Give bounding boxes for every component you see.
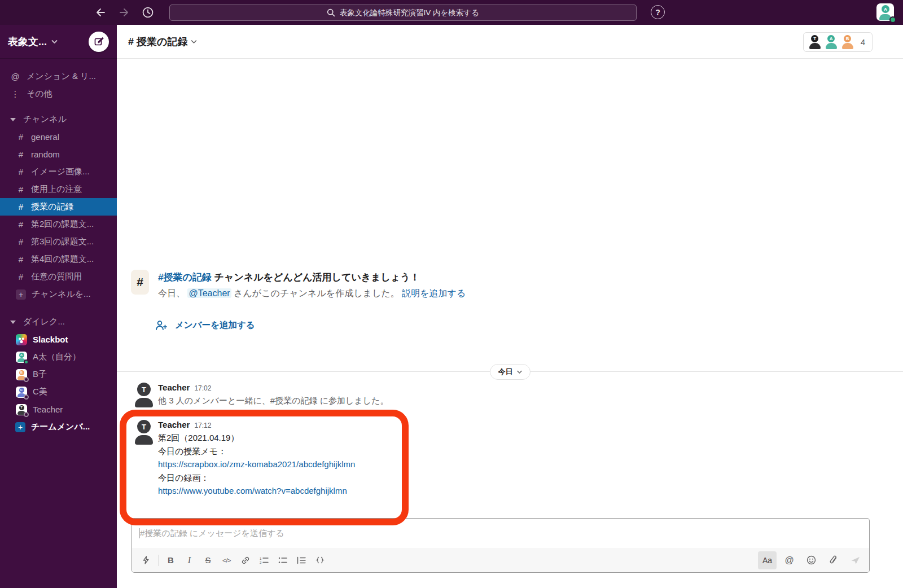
message-timestamp[interactable]: 17:02 xyxy=(194,384,211,392)
add-member-label: メンバーを追加する xyxy=(175,319,255,331)
dm-section-header[interactable]: ダイレク... xyxy=(0,313,117,331)
sidebar-channel-general[interactable]: # general xyxy=(0,128,117,146)
chevron-down-icon xyxy=(191,40,197,44)
compose-button[interactable] xyxy=(89,32,109,52)
add-channel-label: チャンネルを... xyxy=(32,289,91,300)
member-avatar: A xyxy=(825,34,838,50)
mention-button[interactable]: @ xyxy=(780,551,799,569)
message-composer: #授業の記録 にメッセージを送信する B I S </> 12 xyxy=(131,518,870,573)
member-avatar: T xyxy=(16,404,27,415)
member-avatar: B xyxy=(16,369,27,380)
hash-icon: # xyxy=(16,254,25,264)
sidebar-channel-assignment-2[interactable]: # 第2回の課題文... xyxy=(0,216,117,233)
presence-dot-active xyxy=(889,16,896,23)
send-button[interactable] xyxy=(846,551,865,569)
date-label: 今日 xyxy=(498,367,513,377)
sidebar-item-mentions[interactable]: @ メンション & リ... xyxy=(0,68,117,85)
top-bar: 表象文化論特殊研究演習IV 内を検索する ? A xyxy=(0,0,903,25)
user-avatar[interactable]: A xyxy=(876,3,894,21)
hash-icon: # xyxy=(16,132,25,142)
add-member-button[interactable]: メンバーを追加する xyxy=(155,319,255,331)
message-author[interactable]: Teacher xyxy=(158,383,190,392)
channel-label: 第2回の課題文... xyxy=(31,219,94,230)
hash-icon: # xyxy=(16,202,25,212)
dm-label: Teacher xyxy=(33,405,63,414)
channels-section-label: チャンネル xyxy=(23,114,67,125)
presence-dot-offline xyxy=(24,394,29,400)
sidebar-list: @ メンション & リ... ⋮ その他 チャンネル # general # r… xyxy=(0,59,117,436)
message-input[interactable]: #授業の記録 にメッセージを送信する xyxy=(132,519,869,548)
ordered-list-button[interactable]: 12 xyxy=(255,551,273,569)
channel-label: 授業の記録 xyxy=(31,201,73,212)
attach-file-icon[interactable] xyxy=(824,551,843,569)
search-icon xyxy=(327,8,335,17)
message-text: 第2回（2021.04.19） xyxy=(158,431,355,445)
sidebar-dm-self[interactable]: A A太（自分） xyxy=(0,348,117,366)
message-timestamp[interactable]: 17:12 xyxy=(194,422,211,429)
strikethrough-button[interactable]: S xyxy=(199,551,217,569)
plus-icon: + xyxy=(16,289,26,300)
channels-section-header[interactable]: チャンネル xyxy=(0,111,117,128)
sidebar-dm-teacher[interactable]: T Teacher xyxy=(0,401,117,418)
dm-section-label: ダイレク... xyxy=(23,317,65,327)
sidebar-channel-usage-notes[interactable]: # 使用上の注意 xyxy=(0,181,117,198)
hash-icon: # xyxy=(131,270,149,295)
hash-icon: # xyxy=(16,237,25,247)
history-back-icon[interactable] xyxy=(94,6,107,19)
channel-title[interactable]: # 授業の記録 xyxy=(128,35,187,49)
dm-label: A太（自分） xyxy=(33,352,81,362)
slackbot-icon xyxy=(16,334,27,345)
sidebar-dm-slackbot[interactable]: Slackbot xyxy=(0,331,117,348)
svg-text:2: 2 xyxy=(260,561,262,564)
bullet-list-button[interactable] xyxy=(273,551,292,569)
history-forward-icon[interactable] xyxy=(117,6,131,19)
blockquote-button[interactable] xyxy=(292,551,310,569)
hash-icon: # xyxy=(16,150,25,159)
workspace-header[interactable]: 表象文... xyxy=(0,25,117,59)
triangle-down-icon xyxy=(10,118,16,121)
sidebar-channel-assignment-3[interactable]: # 第3回の課題文... xyxy=(0,233,117,251)
text-cursor xyxy=(139,528,139,538)
member-list-button[interactable]: T A B 4 xyxy=(803,32,873,52)
scrapbox-link[interactable]: https://scrapbox.io/zmz-komaba2021/abcde… xyxy=(158,459,355,469)
link-button[interactable] xyxy=(236,551,255,569)
code-block-button[interactable] xyxy=(310,551,329,569)
sidebar-channel-random[interactable]: # random xyxy=(0,146,117,163)
dm-label: C美 xyxy=(33,387,47,397)
channel-link[interactable]: #授業の記録 xyxy=(158,272,212,283)
add-channel-button[interactable]: + チャンネルを... xyxy=(0,286,117,303)
bold-button[interactable]: B xyxy=(161,551,180,569)
channel-intro: # #授業の記録 チャンネルをどんどん活用していきましょう！ 今日、 @Teac… xyxy=(131,270,466,300)
italic-button[interactable]: I xyxy=(180,551,199,569)
sidebar-item-label: メンション & リ... xyxy=(27,71,96,82)
intro-title: #授業の記録 チャンネルをどんどん活用していきましょう！ xyxy=(158,271,466,284)
help-icon[interactable]: ? xyxy=(651,5,665,19)
message-join-notice: T Teacher 17:02 他 3 人のメンバーと一緒に、#授業の記録 に参… xyxy=(134,383,388,407)
add-description-link[interactable]: 説明を追加する xyxy=(402,288,466,298)
presence-dot-online xyxy=(24,359,29,365)
code-button[interactable]: </> xyxy=(217,551,236,569)
search-input[interactable]: 表象文化論特殊研究演習IV 内を検索する xyxy=(169,5,637,21)
sidebar-channel-questions[interactable]: # 任意の質問用 xyxy=(0,268,117,286)
youtube-link[interactable]: https://www.youtube.com/watch?v=abcdefgh… xyxy=(158,486,347,495)
sidebar-channel-assignment-4[interactable]: # 第4回の課題文... xyxy=(0,251,117,268)
sidebar-item-more[interactable]: ⋮ その他 xyxy=(0,85,117,103)
sidebar-dm-c[interactable]: C C美 xyxy=(0,383,117,401)
show-formatting-button[interactable]: Aa xyxy=(758,551,777,569)
emoji-button[interactable] xyxy=(802,551,821,569)
toolbar-divider xyxy=(158,555,159,566)
user-mention[interactable]: @Teacher xyxy=(187,288,231,298)
recent-history-icon[interactable] xyxy=(141,6,155,19)
sidebar-dm-b[interactable]: B B子 xyxy=(0,366,117,383)
composer-toolbar: B I S </> 12 xyxy=(132,548,869,572)
avatar: T xyxy=(134,383,154,407)
message-author[interactable]: Teacher xyxy=(158,420,190,429)
sidebar-channel-image[interactable]: # イメージ画像... xyxy=(0,163,117,181)
at-icon: @ xyxy=(9,72,21,81)
member-count: 4 xyxy=(861,37,865,47)
shortcuts-icon[interactable] xyxy=(137,551,155,569)
add-teammates-button[interactable]: + チームメンバ... xyxy=(0,418,117,436)
date-divider-pill[interactable]: 今日 xyxy=(490,364,531,380)
sidebar-channel-class-records-selected[interactable]: # 授業の記録 xyxy=(0,198,117,216)
search-placeholder: 表象文化論特殊研究演習IV 内を検索する xyxy=(340,8,479,18)
